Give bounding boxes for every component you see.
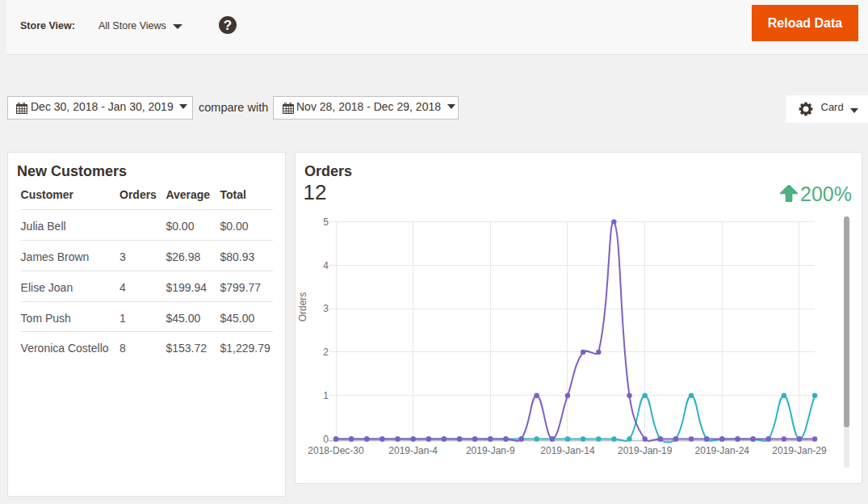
svg-text:1: 1 [323,390,329,401]
svg-text:5: 5 [323,216,329,228]
svg-text:2: 2 [323,346,329,358]
svg-text:4: 4 [323,260,329,271]
svg-text:2018-Dec-30: 2018-Dec-30 [308,445,364,456]
svg-text:0: 0 [323,434,329,445]
svg-text:Orders: Orders [297,292,308,322]
svg-text:2019-Jan-29: 2019-Jan-29 [772,445,827,456]
svg-text:2019-Jan-4: 2019-Jan-4 [388,445,438,456]
svg-text:3: 3 [323,303,329,314]
svg-text:2019-Jan-19: 2019-Jan-19 [618,445,673,456]
svg-text:2019-Jan-24: 2019-Jan-24 [695,445,750,456]
svg-text:2019-Jan-9: 2019-Jan-9 [466,445,515,456]
svg-text:2019-Jan-14: 2019-Jan-14 [540,445,595,456]
